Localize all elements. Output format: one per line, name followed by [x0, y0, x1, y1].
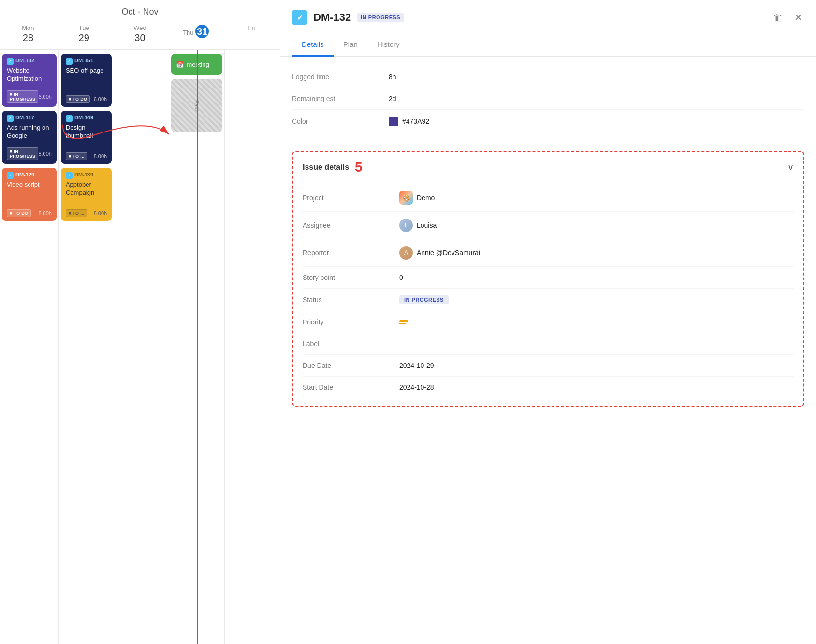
task-card-dm117[interactable]: DM-117 Ads running on Google ■ IN PROGRE… [2, 111, 57, 164]
remaining-est-value: 2d [389, 95, 396, 102]
day-header-mon: Mon 28 [0, 22, 56, 45]
project-name: Demo [417, 194, 435, 202]
task-check-dm129 [7, 172, 14, 179]
remaining-est-row: Remaining est 2d [292, 88, 804, 110]
day-header-tue: Tue 29 [56, 22, 112, 45]
priority-value [399, 320, 408, 324]
task-icon-large: ✓ [292, 10, 307, 25]
tab-history[interactable]: History [367, 33, 409, 57]
tabs-bar: Details Plan History [280, 33, 816, 57]
header-actions: 🗑 ✕ [771, 10, 804, 25]
task-card-dm149[interactable]: DM-149 Design thumbnail ■ TO ... 8.00h [61, 111, 112, 164]
color-value: #473A92 [389, 117, 429, 126]
project-row: Project 🎨 Demo [303, 184, 794, 212]
detail-header: ✓ DM-132 IN PROGRESS 🗑 ✕ [280, 0, 816, 33]
task-check-dm139 [66, 172, 73, 179]
task-card-dm139[interactable]: DM-139 Apptober Campaign ■ TO ... 8.00h [61, 168, 112, 221]
color-hex-text: #473A92 [402, 117, 429, 125]
task-card-dm151[interactable]: DM-151 SEO off-page ■ TO DO 6.00h [61, 54, 112, 107]
status-value: IN PROGRESS [399, 295, 449, 304]
issue-details-header: Issue details 5 ∨ [303, 160, 794, 182]
priority-icon [399, 320, 408, 324]
color-swatch[interactable] [389, 117, 398, 126]
day-header-thu: Thu 31 [168, 22, 224, 45]
delete-button[interactable]: 🗑 [771, 10, 785, 25]
start-date-row: Start Date 2024-10-28 [303, 377, 794, 398]
status-badge-dm149: ■ TO ... [66, 152, 87, 160]
task-check-dm151 [66, 58, 73, 65]
label-label: Label [303, 340, 399, 348]
detail-header-left: ✓ DM-132 IN PROGRESS [292, 10, 404, 25]
calendar-header: Oct - Nov [0, 0, 280, 20]
day-col-wed [114, 50, 169, 644]
color-label: Color [292, 117, 389, 125]
logged-time-label: Logged time [292, 73, 389, 81]
assignee-row: Assignee L Louisa [303, 212, 794, 239]
task-card-dm129[interactable]: DM-129 Video script ■ TO DO 8.00h [2, 168, 57, 221]
calendar-days-header: Mon 28 Tue 29 Wed 30 Thu 31 Fri [0, 20, 280, 50]
day-col-fri [225, 50, 280, 644]
assignee-label: Assignee [303, 221, 399, 229]
day-col-tue: DM-151 SEO off-page ■ TO DO 6.00h DM- [59, 50, 114, 644]
assignee-avatar: L [399, 219, 413, 232]
story-point-row: Story point 0 [303, 267, 794, 289]
task-check-dm117 [7, 115, 14, 122]
label-row: Label [303, 333, 794, 355]
story-point-label: Story point [303, 274, 399, 281]
project-icon: 🎨 [399, 191, 413, 205]
details-section: Logged time 8h Remaining est 2d Color #4… [280, 57, 816, 143]
project-value: 🎨 Demo [399, 191, 435, 205]
status-badge-dm132: ■ IN PROGRESS [7, 90, 38, 103]
assignee-name: Louisa [417, 221, 437, 229]
reporter-row: Reporter A Annie @DevSamurai [303, 239, 794, 267]
status-badge-dm117: ■ IN PROGRESS [7, 147, 38, 160]
task-id-title: DM-132 [313, 11, 351, 24]
due-date-label: Due Date [303, 362, 399, 369]
chevron-down-icon[interactable]: ∨ [787, 162, 794, 173]
status-badge-dm129: ■ TO DO [7, 209, 31, 217]
remaining-est-label: Remaining est [292, 95, 389, 102]
status-in-progress-badge: IN PROGRESS [399, 295, 449, 304]
priority-label: Priority [303, 318, 399, 326]
calendar-icon: 📅 [176, 61, 184, 68]
tab-plan[interactable]: Plan [334, 33, 367, 57]
priority-row: Priority [303, 311, 794, 333]
close-button[interactable]: ✕ [792, 10, 804, 25]
in-progress-badge: IN PROGRESS [357, 13, 404, 22]
project-label: Project [303, 194, 399, 202]
calendar-grid: DM-132 Website Optimization ■ IN PROGRES… [0, 50, 280, 644]
logged-time-value: 8h [389, 73, 396, 81]
reporter-label: Reporter [303, 249, 399, 257]
calendar-panel: Oct - Nov Mon 28 Tue 29 Wed 30 Thu 31 Fr… [0, 0, 280, 644]
day-col-thu: 📅 meeting Paid [169, 50, 224, 644]
status-label: Status [303, 296, 399, 304]
story-point-value: 0 [399, 274, 403, 281]
issue-details-title: Issue details [303, 163, 349, 172]
task-card-dm132[interactable]: DM-132 Website Optimization ■ IN PROGRES… [2, 54, 57, 107]
today-line [197, 50, 198, 644]
status-badge-dm139: ■ TO ... [66, 209, 87, 217]
status-row: Status IN PROGRESS [303, 289, 794, 311]
day-header-wed: Wed 30 [112, 22, 168, 45]
day-col-mon: DM-132 Website Optimization ■ IN PROGRES… [0, 50, 59, 644]
logged-time-row: Logged time 8h [292, 66, 804, 88]
tab-details[interactable]: Details [292, 33, 334, 57]
start-date-label: Start Date [303, 383, 399, 391]
task-check-dm132 [7, 58, 14, 65]
reporter-name: Annie @DevSamurai [417, 249, 480, 257]
day-header-fri: Fri [224, 22, 280, 45]
detail-panel: ✓ DM-132 IN PROGRESS 🗑 ✕ Details Plan Hi… [280, 0, 816, 644]
start-date-value: 2024-10-28 [399, 383, 434, 391]
calendar-body: DM-132 Website Optimization ■ IN PROGRES… [0, 50, 280, 644]
assignee-value: L Louisa [399, 219, 437, 232]
task-check-dm149 [66, 115, 73, 122]
issue-details-section: Issue details 5 ∨ Project 🎨 Demo Assigne… [292, 151, 804, 407]
issue-count-badge: 5 [355, 160, 363, 175]
reporter-value: A Annie @DevSamurai [399, 246, 480, 260]
due-date-row: Due Date 2024-10-29 [303, 355, 794, 377]
color-row: Color #473A92 [292, 110, 804, 133]
reporter-avatar: A [399, 246, 413, 260]
due-date-value: 2024-10-29 [399, 362, 434, 369]
status-badge-dm151: ■ TO DO [66, 95, 90, 103]
